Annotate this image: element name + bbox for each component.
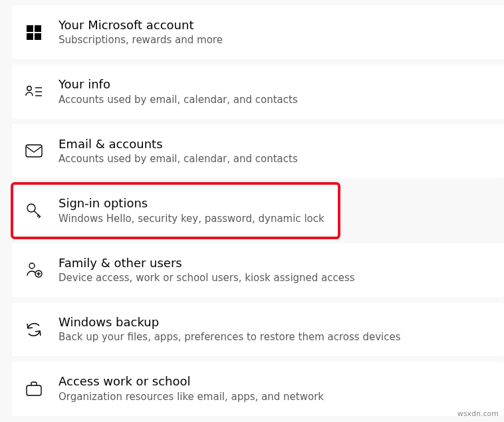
item-family-other-users[interactable]: Family & other users Device access, work…: [12, 243, 504, 297]
item-texts: Your Microsoft account Subscriptions, re…: [59, 17, 223, 47]
item-texts: Family & other users Device access, work…: [59, 255, 355, 285]
people-add-icon: [25, 261, 43, 278]
item-subtitle: Device access, work or school users, kio…: [59, 271, 355, 285]
settings-list: Your Microsoft account Subscriptions, re…: [0, 5, 504, 416]
item-title: Email & accounts: [59, 136, 298, 152]
svg-rect-1: [35, 25, 41, 32]
item-email-accounts[interactable]: Email & accounts Accounts used by email,…: [12, 124, 504, 178]
item-title: Your info: [59, 76, 298, 92]
item-texts: Sign-in options Windows Hello, security …: [59, 195, 324, 225]
item-windows-backup[interactable]: Windows backup Back up your files, apps,…: [12, 302, 504, 356]
sync-icon: [25, 321, 43, 338]
item-texts: Email & accounts Accounts used by email,…: [59, 136, 298, 166]
svg-rect-8: [26, 145, 42, 157]
svg-rect-0: [27, 25, 33, 32]
item-title: Your Microsoft account: [59, 17, 223, 33]
item-access-work-school[interactable]: Access work or school Organization resou…: [12, 362, 504, 415]
item-title: Windows backup: [59, 314, 401, 330]
item-subtitle: Subscriptions, rewards and more: [59, 33, 223, 47]
item-texts: Access work or school Organization resou…: [59, 373, 324, 403]
item-title: Access work or school: [59, 373, 324, 389]
item-microsoft-account[interactable]: Your Microsoft account Subscriptions, re…: [12, 5, 504, 59]
item-subtitle: Accounts used by email, calendar, and co…: [59, 152, 298, 166]
briefcase-icon: [25, 380, 43, 397]
item-sign-in-options[interactable]: Sign-in options Windows Hello, security …: [12, 183, 339, 237]
windows-logo-icon: [25, 24, 43, 41]
item-subtitle: Organization resources like email, apps,…: [59, 390, 324, 404]
watermark: wsxdn.com: [457, 409, 499, 418]
svg-rect-3: [35, 33, 41, 40]
svg-rect-2: [27, 33, 33, 40]
svg-point-4: [27, 86, 31, 90]
item-subtitle: Back up your files, apps, preferences to…: [59, 330, 401, 344]
item-subtitle: Accounts used by email, calendar, and co…: [59, 93, 298, 107]
key-icon: [25, 202, 43, 219]
item-texts: Your info Accounts used by email, calend…: [59, 76, 298, 106]
person-list-icon: [25, 83, 43, 100]
item-title: Family & other users: [59, 255, 355, 270]
mail-icon: [25, 142, 43, 159]
item-title: Sign-in options: [59, 195, 324, 211]
item-your-info[interactable]: Your info Accounts used by email, calend…: [12, 64, 504, 118]
item-subtitle: Windows Hello, security key, password, d…: [59, 212, 324, 226]
item-texts: Windows backup Back up your files, apps,…: [59, 314, 401, 344]
svg-rect-14: [27, 385, 41, 395]
svg-point-10: [29, 263, 35, 268]
